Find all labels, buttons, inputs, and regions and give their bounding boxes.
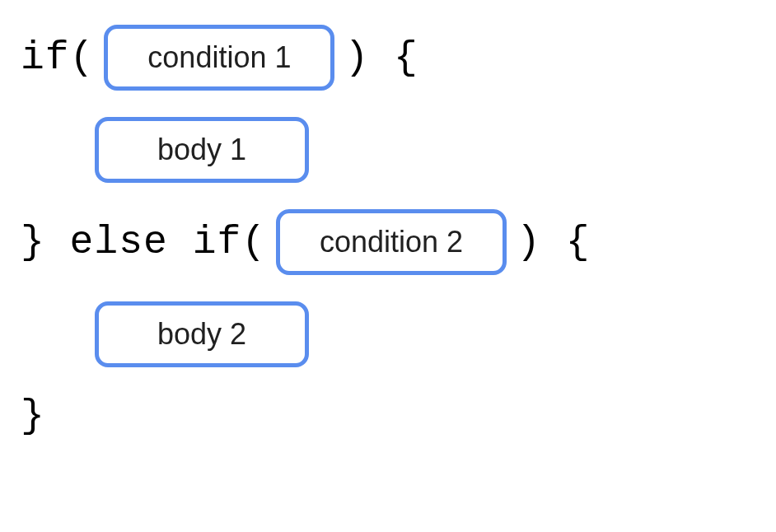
placeholder-body-1: body 1 [95,117,309,183]
paren-close-brace-open-2: ) { [517,220,590,264]
placeholder-condition-1: condition 1 [104,25,334,91]
keyword-else-if-open: } else if( [21,220,266,264]
code-diagram: if( condition 1 ) { body 1 } else if( co… [21,25,755,438]
placeholder-body-2: body 2 [95,301,309,367]
line-body-2: body 2 [95,301,755,367]
keyword-if-open: if( [21,35,94,80]
line-else-if: } else if( condition 2 ) { [21,209,755,275]
placeholder-condition-2: condition 2 [276,209,507,275]
line-close: } [21,394,755,438]
line-body-1: body 1 [95,117,755,183]
line-if: if( condition 1 ) { [21,25,755,91]
brace-close: } [21,394,45,438]
paren-close-brace-open-1: ) { [344,35,418,80]
